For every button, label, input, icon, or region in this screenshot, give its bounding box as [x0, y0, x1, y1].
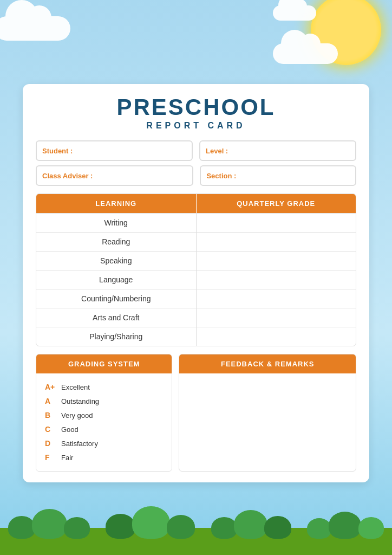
bush-group-4 [307, 512, 384, 539]
grade-input-0[interactable] [202, 218, 351, 227]
grade-letter: B [45, 411, 61, 420]
cloud-decoration-1 [0, 16, 70, 41]
bush-2b [132, 506, 170, 539]
grade-description: Excellent [61, 383, 90, 391]
grading-system-header: GRADING SYSTEM [36, 354, 172, 373]
bush-2c [167, 515, 195, 539]
cloud-decoration-2 [273, 43, 338, 64]
class-adviser-field: Class Adviser : [36, 165, 193, 186]
grade-cell[interactable] [197, 214, 356, 232]
bush-4b [329, 512, 361, 539]
grade-description: Good [61, 425, 79, 434]
bush-group-1 [8, 509, 90, 539]
class-adviser-label: Class Adviser : [42, 172, 93, 180]
grade-input-1[interactable] [202, 237, 351, 246]
student-field: Student : [36, 140, 193, 161]
grade-input-5[interactable] [202, 313, 351, 322]
bottom-section: GRADING SYSTEM A+ Excellent A Outstandin… [36, 354, 356, 472]
learning-row: Counting/Numbering [36, 289, 356, 308]
grade-letter: C [45, 425, 61, 434]
grade-description: Satisfactory [61, 440, 98, 448]
report-card: PRESCHOOL REPORT CARD Student : Level : … [23, 84, 369, 482]
bush-group-2 [106, 506, 195, 539]
grade-row: D Satisfactory [45, 436, 163, 450]
grade-input-2[interactable] [202, 256, 351, 265]
feedback-textarea[interactable] [179, 373, 356, 449]
student-input[interactable] [76, 146, 186, 156]
grade-description: Outstanding [61, 397, 99, 405]
grade-row: A+ Excellent [45, 380, 163, 394]
learning-row: Arts and Craft [36, 308, 356, 327]
class-adviser-input[interactable] [96, 171, 187, 180]
section-label: Section : [206, 172, 236, 180]
learning-row: Language [36, 270, 356, 289]
grade-row: F Fair [45, 450, 163, 464]
feedback-body [179, 373, 356, 451]
grade-cell[interactable] [197, 233, 356, 251]
level-input[interactable] [231, 146, 350, 156]
learning-table-header: LEARNING QUARTERLY GRADE [36, 194, 356, 213]
grade-description: Very good [61, 411, 93, 420]
bush-3a [211, 517, 237, 539]
grade-cell[interactable] [197, 270, 356, 289]
subject-cell: Language [36, 270, 197, 289]
subject-cell: Playing/Sharing [36, 327, 197, 346]
subject-cell: Counting/Numbering [36, 289, 197, 308]
card-header: PRESCHOOL REPORT CARD [36, 95, 356, 131]
report-card-title: REPORT CARD [36, 121, 356, 131]
subject-cell: Reading [36, 233, 197, 251]
grade-row: A Outstanding [45, 394, 163, 408]
grade-letter: D [45, 439, 61, 448]
bush-4c [358, 517, 384, 539]
bush-1a [8, 516, 35, 539]
form-row-1: Student : Level : [36, 140, 356, 161]
subject-cell: Writing [36, 214, 197, 232]
subject-cell: Speaking [36, 251, 197, 270]
grade-input-6[interactable] [202, 332, 351, 341]
grade-letter: F [45, 453, 61, 462]
grade-row: B Very good [45, 408, 163, 422]
level-label: Level : [206, 147, 228, 155]
bush-3b [234, 510, 267, 539]
grade-cell[interactable] [197, 251, 356, 270]
grade-col-header: QUARTERLY GRADE [197, 194, 356, 213]
grade-cell[interactable] [197, 327, 356, 346]
grade-row: C Good [45, 422, 163, 436]
grade-letter: A+ [45, 383, 61, 391]
section-input[interactable] [239, 171, 350, 180]
section-field: Section : [200, 165, 356, 186]
learning-row: Writing [36, 213, 356, 232]
learning-table-body: Writing Reading Speaking Language Counti… [36, 213, 356, 346]
bush-1b [32, 509, 67, 539]
grade-description: Fair [61, 454, 73, 462]
level-field: Level : [199, 140, 356, 161]
subject-cell: Arts and Craft [36, 308, 197, 327]
learning-col-header: LEARNING [36, 194, 197, 213]
bush-1c [64, 517, 90, 539]
grading-system-body: A+ Excellent A Outstanding B Very good C… [36, 373, 172, 471]
grade-cell[interactable] [197, 289, 356, 308]
learning-table: LEARNING QUARTERLY GRADE Writing Reading… [36, 193, 356, 346]
grade-letter: A [45, 397, 61, 405]
student-label: Student : [42, 147, 73, 155]
bush-row [0, 506, 392, 539]
learning-row: Playing/Sharing [36, 327, 356, 346]
form-row-2: Class Adviser : Section : [36, 165, 356, 186]
feedback-header: FEEDBACK & REMARKS [179, 354, 356, 373]
bush-4a [307, 518, 331, 539]
grade-cell[interactable] [197, 308, 356, 327]
cloud-decoration-3 [273, 5, 316, 21]
grade-input-4[interactable] [202, 294, 351, 303]
learning-row: Speaking [36, 251, 356, 270]
grading-system-table: GRADING SYSTEM A+ Excellent A Outstandin… [36, 354, 172, 472]
grade-input-3[interactable] [202, 275, 351, 284]
feedback-table: FEEDBACK & REMARKS [179, 354, 356, 472]
bush-2a [106, 514, 135, 539]
learning-row: Reading [36, 232, 356, 251]
bush-group-3 [211, 510, 291, 539]
bush-3c [264, 516, 291, 539]
preschool-title: PRESCHOOL [36, 95, 356, 120]
